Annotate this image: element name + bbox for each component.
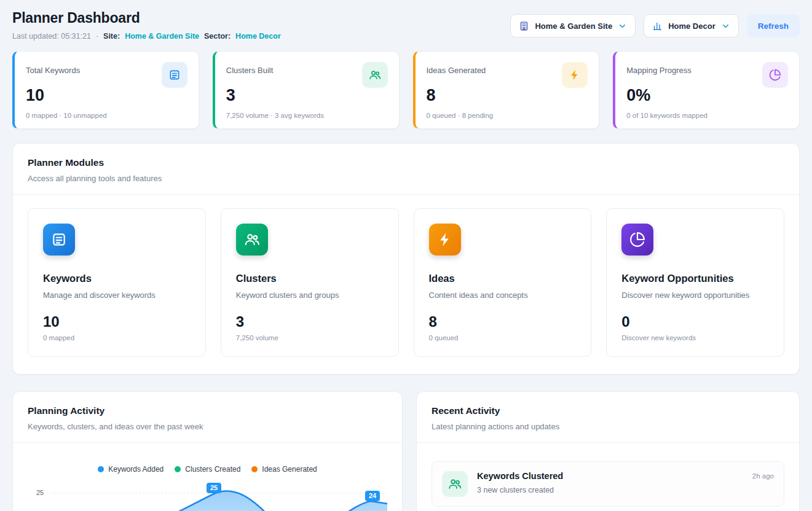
sector-link[interactable]: Home Decor: [235, 32, 281, 41]
recent-activity-panel: Recent Activity Latest planning actions …: [416, 391, 800, 511]
header-actions: Home & Garden Site Home Decor Refresh: [510, 14, 800, 37]
modules-title: Planner Modules: [28, 157, 784, 168]
stat-value: 0%: [626, 87, 788, 105]
users-icon: [362, 62, 388, 88]
activity-description: 3 new clusters created: [477, 486, 563, 494]
stat-card-ideas-generated: Ideas Generated 8 0 queued · 8 pending: [413, 51, 600, 129]
module-card-ideas[interactable]: Ideas Content ideas and concepts 8 0 que…: [414, 208, 592, 357]
module-description: Keyword clusters and groups: [236, 291, 384, 300]
data-point-label: 24: [365, 491, 380, 501]
module-detail: 0 mapped: [43, 334, 191, 341]
stat-value: 8: [427, 87, 588, 105]
activity-timestamp: 2h ago: [752, 471, 774, 480]
bolt-icon: [562, 62, 588, 88]
meta-separator: ·: [96, 32, 98, 41]
sector-label: Sector:: [204, 32, 231, 41]
last-updated-text: Last updated: 05:31:21: [12, 32, 91, 41]
data-point-label: 25: [207, 483, 221, 493]
stat-label: Clusters Built: [226, 62, 274, 75]
refresh-button[interactable]: Refresh: [747, 14, 800, 37]
module-title: Keywords: [43, 273, 191, 284]
pie-chart-icon: [621, 224, 653, 256]
module-detail: Discover new keywords: [621, 334, 769, 341]
module-value: 8: [429, 313, 577, 330]
stat-card-top: Ideas Generated: [427, 62, 588, 88]
planner-modules-panel: Planner Modules Access all planning tool…: [12, 143, 800, 375]
activity-item-keywords-clustered[interactable]: Keywords Clustered 3 new clusters create…: [432, 461, 784, 507]
chevron-down-icon: [721, 21, 730, 31]
pie-chart-icon: [762, 62, 788, 88]
chevron-down-icon: [618, 21, 627, 31]
sector-selector-dropdown[interactable]: Home Decor: [644, 14, 739, 37]
chart-legend: Keywords Added Clusters Created Ideas Ge…: [13, 465, 402, 474]
module-value: 3: [236, 313, 384, 330]
module-detail: 0 queued: [429, 334, 577, 341]
modules-row: Keywords Manage and discover keywords 10…: [13, 195, 799, 374]
bottom-row: Planning Activity Keywords, clusters, an…: [12, 391, 800, 511]
header-left: Planner Dashboard Last updated: 05:31:21…: [12, 10, 281, 41]
activity-title: Keywords Clustered: [477, 471, 563, 481]
stat-detail: 7,250 volume · 3 avg keywords: [226, 112, 388, 119]
legend-label: Clusters Created: [185, 465, 240, 474]
module-title: Clusters: [236, 273, 384, 284]
area-chart: 25 25 24: [28, 478, 387, 511]
legend-item-keywords-added: Keywords Added: [98, 465, 164, 474]
panel-header: Planner Modules Access all planning tool…: [13, 144, 799, 183]
legend-label: Keywords Added: [108, 465, 164, 474]
activity-list: Keywords Clustered 3 new clusters create…: [417, 443, 799, 511]
site-link[interactable]: Home & Garden Site: [125, 32, 199, 41]
legend-item-clusters-created: Clusters Created: [175, 465, 240, 474]
site-selector-label: Home & Garden Site: [535, 21, 612, 31]
module-description: Discover new keyword opportunities: [621, 291, 769, 300]
module-card-keyword-opportunities[interactable]: Keyword Opportunities Discover new keywo…: [606, 208, 784, 357]
stat-card-top: Total Keywords: [26, 62, 187, 88]
module-description: Manage and discover keywords: [43, 291, 191, 300]
stat-label: Ideas Generated: [427, 62, 486, 75]
stat-value: 3: [226, 87, 388, 105]
module-card-keywords[interactable]: Keywords Manage and discover keywords 10…: [28, 208, 206, 357]
meta-line: Last updated: 05:31:21 · Site: Home & Ga…: [12, 32, 281, 41]
planner-dashboard-page: Planner Dashboard Last updated: 05:31:21…: [0, 0, 812, 511]
stat-label: Total Keywords: [26, 62, 80, 75]
page-header: Planner Dashboard Last updated: 05:31:21…: [12, 10, 800, 41]
module-detail: 7,250 volume: [236, 334, 384, 341]
document-icon: [162, 62, 187, 88]
legend-dot-orange: [251, 466, 258, 472]
bolt-icon: [429, 224, 461, 256]
users-icon: [442, 471, 468, 497]
document-icon: [43, 224, 75, 256]
stat-card-clusters-built: Clusters Built 3 7,250 volume · 3 avg ke…: [213, 51, 400, 129]
module-description: Content ideas and concepts: [429, 291, 577, 300]
activity-item-body: Keywords Clustered 3 new clusters create…: [477, 471, 563, 494]
building-icon: [519, 21, 529, 31]
sector-selector-label: Home Decor: [668, 21, 715, 31]
stat-detail: 0 queued · 8 pending: [427, 112, 588, 119]
site-label: Site:: [103, 32, 120, 41]
stat-card-top: Mapping Progress: [626, 62, 788, 88]
users-icon: [236, 224, 268, 256]
legend-dot-blue: [98, 466, 104, 472]
stat-cards-row: Total Keywords 10 0 mapped · 10 unmapped…: [12, 51, 800, 129]
stat-value: 10: [26, 87, 187, 105]
module-title: Ideas: [429, 273, 577, 284]
legend-item-ideas-generated: Ideas Generated: [251, 465, 317, 474]
stat-card-top: Clusters Built: [226, 62, 388, 88]
page-title: Planner Dashboard: [12, 10, 281, 26]
stat-label: Mapping Progress: [626, 62, 692, 75]
legend-dot-green: [175, 466, 181, 472]
stat-detail: 0 of 10 keywords mapped: [626, 112, 788, 119]
legend-label: Ideas Generated: [262, 465, 317, 474]
stat-card-mapping-progress: Mapping Progress 0% 0 of 10 keywords map…: [613, 51, 800, 129]
stat-detail: 0 mapped · 10 unmapped: [26, 112, 187, 119]
panel-header: Recent Activity Latest planning actions …: [417, 392, 799, 431]
module-value: 10: [43, 313, 191, 330]
module-title: Keyword Opportunities: [621, 273, 769, 284]
recent-activity-title: Recent Activity: [432, 405, 784, 416]
site-selector-dropdown[interactable]: Home & Garden Site: [510, 14, 636, 37]
divider: [13, 442, 402, 443]
stat-card-total-keywords: Total Keywords 10 0 mapped · 10 unmapped: [12, 51, 199, 129]
y-axis-tick: 25: [36, 489, 44, 496]
panel-header: Planning Activity Keywords, clusters, an…: [13, 392, 402, 431]
module-value: 0: [621, 313, 769, 330]
module-card-clusters[interactable]: Clusters Keyword clusters and groups 3 7…: [221, 208, 399, 357]
